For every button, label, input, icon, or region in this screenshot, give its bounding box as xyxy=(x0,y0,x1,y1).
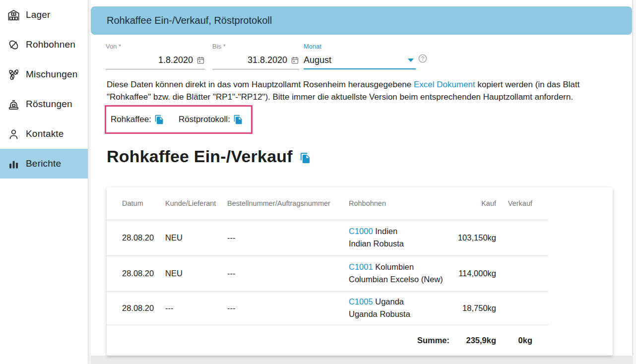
rohkaffee-copy-group: Rohkaffee: xyxy=(111,115,164,124)
sidebar-item-label: Rohbohnen xyxy=(26,39,75,50)
sidebar: Lager Rohbohnen Mischungen xyxy=(0,0,88,364)
col-header-rohbohnen: Rohbohnen xyxy=(349,187,452,220)
col-header-verkauf: Verkauf xyxy=(496,187,548,220)
cell-kauf: 114,000kg xyxy=(452,255,496,291)
sidebar-item-label: Kontakte xyxy=(26,128,64,139)
bean-name: Kolumbien xyxy=(373,262,414,271)
date-from-value: 1.8.2020 xyxy=(158,55,193,65)
table-row[interactable]: 28.08.20 --- --- C1005 Uganda Uganda Rob… xyxy=(107,291,548,325)
table-row[interactable]: 28.08.20 NEU --- C1001 Kolumbien Columbi… xyxy=(107,255,548,291)
roestprotokoll-copy-group: Röstprotokoll: xyxy=(179,115,243,124)
sidebar-item-roestungen[interactable]: Röstungen xyxy=(0,89,88,119)
coffee-bean-icon xyxy=(7,38,20,52)
sidebar-item-rohbohnen[interactable]: Rohbohnen xyxy=(0,30,88,60)
cell-kunde: NEU xyxy=(165,220,227,255)
sidebar-item-mischungen[interactable]: Mischungen xyxy=(0,60,88,89)
month-select-label: Monat xyxy=(304,43,416,50)
bean-subname: Columbian Excelso (New) xyxy=(349,273,452,286)
info-text: Diese Daten können direkt in das vom Hau… xyxy=(107,78,597,103)
sidebar-item-lager[interactable]: Lager xyxy=(0,0,88,30)
col-header-bestellnummer: Bestellnummer/Auftragsnummer xyxy=(227,187,349,220)
bean-subname: Indian Robusta xyxy=(349,238,452,250)
cell-kauf: 103,150kg xyxy=(452,220,496,255)
report-table-card: Datum Kunde/Lieferant Bestellnummer/Auft… xyxy=(107,187,613,356)
rohkaffee-copy-label: Rohkaffee: xyxy=(111,115,151,124)
svg-text:?: ? xyxy=(421,56,424,61)
roaster-icon xyxy=(7,98,20,111)
date-to-label: Bis * xyxy=(212,43,299,50)
col-header-kunde: Kunde/Lieferant xyxy=(165,187,227,220)
sidebar-item-label: Mischungen xyxy=(26,69,77,80)
section-heading: Rohkaffee Ein-/Verkauf xyxy=(107,147,311,166)
table-row[interactable]: 28.08.20 NEU --- C1000 Indien Indian Rob… xyxy=(107,220,548,255)
table-summary-row: Summe: 235,9kg 0kg xyxy=(107,325,548,356)
date-to-field: Bis * 31.8.2020 xyxy=(212,43,299,69)
date-from-input[interactable]: 1.8.2020 xyxy=(106,55,205,69)
coffee-beans-icon xyxy=(7,68,20,81)
section-title: Rohkaffee Ein-/Verkauf xyxy=(107,147,293,166)
chevron-down-icon xyxy=(408,59,414,62)
bean-subname: Uganda Robusta xyxy=(349,308,452,320)
cell-rohbohnen: C1000 Indien Indian Robusta xyxy=(349,220,452,255)
cell-verkauf xyxy=(496,255,548,291)
sidebar-item-label: Röstungen xyxy=(26,99,72,110)
cell-datum: 28.08.20 xyxy=(107,291,165,325)
copy-document-icon[interactable] xyxy=(233,115,243,124)
sidebar-item-label: Lager xyxy=(26,9,51,20)
copy-document-icon[interactable] xyxy=(300,152,311,164)
calendar-icon[interactable] xyxy=(196,56,205,64)
summary-verkauf: 0kg xyxy=(496,325,548,356)
excel-document-link[interactable]: Excel Dokument xyxy=(414,80,475,89)
cell-verkauf xyxy=(496,220,548,255)
calendar-icon[interactable] xyxy=(291,56,299,64)
month-select-value: August xyxy=(304,55,331,65)
month-select-field: Monat August xyxy=(304,43,416,69)
sidebar-item-berichte[interactable]: Berichte xyxy=(0,149,88,179)
summary-kauf: 235,9kg xyxy=(452,325,496,356)
bar-chart-icon xyxy=(7,157,20,171)
roestprotokoll-copy-label: Röstprotokoll: xyxy=(179,115,230,124)
date-from-field: Von * 1.8.2020 xyxy=(106,43,205,69)
cell-verkauf xyxy=(496,291,548,325)
cell-bestellnummer: --- xyxy=(227,255,349,291)
rohkaffee-table: Datum Kunde/Lieferant Bestellnummer/Auft… xyxy=(107,187,548,356)
date-from-label: Von * xyxy=(106,43,205,50)
col-header-kauf: Kauf xyxy=(452,187,496,220)
date-to-value: 31.8.2020 xyxy=(248,55,287,65)
summary-label: Summe: xyxy=(349,325,452,356)
bean-code-link[interactable]: C1000 xyxy=(349,227,373,236)
col-header-datum: Datum xyxy=(107,187,165,220)
help-circle-icon[interactable]: ? xyxy=(418,54,428,63)
cell-rohbohnen: C1001 Kolumbien Columbian Excelso (New) xyxy=(349,255,452,291)
sidebar-item-label: Berichte xyxy=(26,158,61,169)
person-icon xyxy=(7,127,20,141)
page-background-strip xyxy=(91,356,633,364)
month-select[interactable]: August xyxy=(304,55,416,69)
bean-code-link[interactable]: C1001 xyxy=(349,262,373,271)
cell-datum: 28.08.20 xyxy=(107,255,165,291)
bean-name: Uganda xyxy=(373,297,404,306)
cell-kauf: 18,750kg xyxy=(452,291,496,325)
copy-document-icon[interactable] xyxy=(154,115,164,124)
cell-rohbohnen: C1005 Uganda Uganda Robusta xyxy=(349,291,452,325)
cell-datum: 28.08.20 xyxy=(107,220,165,255)
bean-name: Indien xyxy=(373,227,398,236)
copy-actions-highlight-box: Rohkaffee: Röstprotokoll: xyxy=(105,105,253,134)
cell-kunde: NEU xyxy=(165,255,227,291)
cell-bestellnummer: --- xyxy=(227,220,349,255)
date-to-input[interactable]: 31.8.2020 xyxy=(212,55,299,69)
main-content: Rohkaffee Ein-/Verkauf, Röstprotokoll Vo… xyxy=(91,0,633,356)
bean-code-link[interactable]: C1005 xyxy=(349,297,373,306)
page-title: Rohkaffee Ein-/Verkauf, Röstprotokoll xyxy=(107,15,272,26)
table-header-row: Datum Kunde/Lieferant Bestellnummer/Auft… xyxy=(107,187,548,220)
warehouse-icon xyxy=(7,8,20,22)
sidebar-item-kontakte[interactable]: Kontakte xyxy=(0,119,88,149)
page-header-bar: Rohkaffee Ein-/Verkauf, Röstprotokoll xyxy=(91,6,632,35)
cell-kunde: --- xyxy=(165,291,227,325)
cell-bestellnummer: --- xyxy=(227,291,349,325)
info-text-before: Diese Daten können direkt in das vom Hau… xyxy=(107,80,414,89)
